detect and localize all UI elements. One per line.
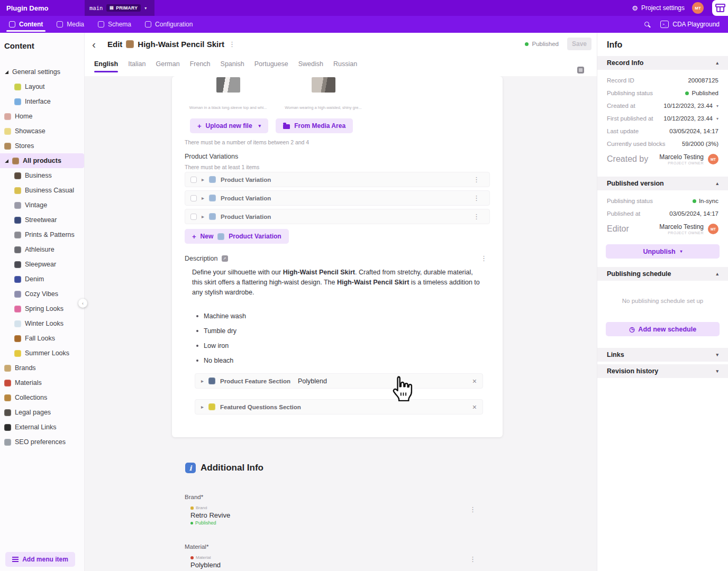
sidebar-item[interactable]: General settings bbox=[0, 65, 84, 79]
created-at-value[interactable]: 10/12/2023, 23.44▾ bbox=[663, 103, 718, 109]
revision-history-section-header[interactable]: Revision history ▾ bbox=[597, 364, 728, 378]
brand-link-record[interactable]: Brand Retro Revive Published bbox=[190, 505, 480, 526]
expand-arrow-icon[interactable]: ▸ bbox=[202, 177, 204, 182]
variation-row[interactable]: ▸ Product Variation bbox=[185, 209, 490, 224]
sidebar-item[interactable]: Materials bbox=[0, 375, 84, 390]
user-avatar[interactable]: MT bbox=[708, 154, 718, 164]
first-published-value[interactable]: 10/12/2023, 23.44▾ bbox=[663, 115, 718, 122]
nav-tab[interactable]: Content bbox=[2, 16, 50, 33]
sidebar-item[interactable]: Layout bbox=[0, 79, 84, 94]
bullet-item[interactable]: Machine wash bbox=[196, 309, 246, 324]
sidebar-item[interactable]: Business bbox=[0, 168, 84, 183]
sidebar-item[interactable]: Prints & Patterns bbox=[0, 227, 84, 242]
remove-block-icon[interactable]: × bbox=[472, 377, 477, 385]
branch-switcher[interactable]: main ▤PRIMARY ▾ bbox=[85, 0, 154, 16]
links-section-header[interactable]: Links ▾ bbox=[597, 348, 728, 362]
sidebar-item[interactable]: Legal pages bbox=[0, 405, 84, 420]
variation-row-kebab[interactable] bbox=[469, 194, 484, 202]
checkbox[interactable] bbox=[190, 214, 197, 220]
remove-block-icon[interactable]: × bbox=[472, 403, 477, 411]
checkbox[interactable] bbox=[190, 177, 197, 183]
sidebar-item[interactable]: SEO preferences bbox=[0, 435, 84, 449]
description-kebab[interactable] bbox=[476, 254, 492, 262]
published-version-section-header[interactable]: Published version ▴ bbox=[597, 177, 728, 190]
add-new-schedule-button[interactable]: ◷ Add new schedule bbox=[606, 322, 720, 336]
expand-caret-icon[interactable] bbox=[4, 159, 8, 163]
locale-tab[interactable]: Italian bbox=[128, 60, 145, 72]
locale-tab[interactable]: German bbox=[156, 60, 180, 72]
sidebar-item[interactable]: Interface bbox=[0, 94, 84, 109]
environment-pill[interactable]: ▤PRIMARY bbox=[106, 4, 141, 12]
sidebar-item[interactable]: Athleisure bbox=[0, 242, 84, 257]
user-avatar[interactable]: MT bbox=[708, 224, 718, 234]
locale-tab[interactable]: Portuguese bbox=[254, 60, 288, 72]
brand-kebab[interactable] bbox=[465, 505, 480, 513]
sidebar-item[interactable]: Cozy Vibes bbox=[0, 287, 84, 301]
locale-tab[interactable]: French bbox=[190, 60, 211, 72]
user-avatar[interactable]: MT bbox=[692, 2, 704, 14]
gallery-thumbnail[interactable] bbox=[312, 77, 335, 93]
sidebar-item[interactable]: Business Casual bbox=[0, 183, 84, 198]
nav-tab[interactable]: Media bbox=[50, 16, 91, 33]
locale-tab[interactable]: English bbox=[94, 60, 118, 72]
gallery-thumbnail[interactable] bbox=[216, 77, 240, 93]
bullet-item[interactable]: Tumble dry bbox=[196, 324, 246, 338]
cda-playground-button[interactable]: CDA Playground bbox=[660, 21, 720, 28]
save-button[interactable]: Save bbox=[567, 38, 592, 50]
block-row[interactable]: ▸ Featured Questions Section × bbox=[195, 399, 483, 415]
locale-tab[interactable]: Russian bbox=[333, 60, 357, 72]
sidebar-item[interactable]: Fall Looks bbox=[0, 331, 84, 346]
gallery-item[interactable]: Woman in a black long-sleeve top and whi… bbox=[180, 77, 276, 110]
sidebar-item[interactable]: All products bbox=[0, 153, 84, 168]
sidebar-item[interactable]: External Links bbox=[0, 420, 84, 435]
project-settings-button[interactable]: ⚙ Project settings bbox=[632, 0, 685, 16]
new-variation-button[interactable]: + New Product Variation bbox=[185, 229, 289, 244]
bullet-item[interactable]: Low iron bbox=[196, 338, 246, 353]
checkbox[interactable] bbox=[190, 195, 197, 201]
sidebar-item[interactable]: Streetwear bbox=[0, 213, 84, 227]
bullet-item[interactable]: No bleach bbox=[196, 353, 246, 368]
back-button[interactable]: ‹ bbox=[92, 39, 96, 50]
sidebar-item[interactable]: Showcase bbox=[0, 124, 84, 139]
publishing-schedule-section-header[interactable]: Publishing schedule ▴ bbox=[597, 267, 728, 281]
nav-tab[interactable]: Schema bbox=[91, 16, 138, 33]
material-link-record[interactable]: Material Polyblend bbox=[190, 555, 480, 569]
add-menu-item-button[interactable]: Add menu item bbox=[5, 552, 75, 567]
unpublish-button[interactable]: Unpublish ▾ bbox=[606, 244, 720, 259]
expand-arrow-icon[interactable]: ▸ bbox=[202, 195, 204, 201]
material-kebab[interactable] bbox=[465, 555, 480, 563]
sidebar-item[interactable]: Stores bbox=[0, 139, 84, 153]
variation-row-kebab[interactable] bbox=[469, 213, 484, 220]
sidebar-item[interactable]: Winter Looks bbox=[0, 316, 84, 331]
panel-toggle-icon[interactable] bbox=[577, 67, 584, 73]
locale-copy-icon[interactable] bbox=[222, 255, 228, 262]
sidebar-item[interactable]: Brands bbox=[0, 361, 84, 375]
expand-caret-icon[interactable] bbox=[4, 70, 8, 74]
record-menu-kebab[interactable] bbox=[224, 40, 240, 48]
sidebar-item[interactable]: Spring Looks bbox=[0, 301, 84, 316]
description-paragraph[interactable]: Define your silhouette with our High-Wai… bbox=[192, 268, 482, 298]
expand-arrow-icon[interactable]: ▸ bbox=[202, 214, 204, 219]
expand-arrow-icon[interactable]: ▸ bbox=[201, 404, 204, 410]
sidebar-item[interactable]: Denim bbox=[0, 272, 84, 287]
sidebar-item[interactable]: Vintage bbox=[0, 198, 84, 213]
block-row[interactable]: ▸ Product Feature Section Polyblend × bbox=[195, 373, 483, 389]
locale-tab[interactable]: Spanish bbox=[221, 60, 244, 72]
upload-new-file-button[interactable]: + Upload new file ▾ bbox=[190, 118, 268, 133]
sidebar-item[interactable]: Collections bbox=[0, 390, 84, 405]
whats-new-button[interactable] bbox=[712, 0, 728, 16]
sidebar-item[interactable]: Home bbox=[0, 109, 84, 124]
sidebar-item[interactable]: Summer Looks bbox=[0, 346, 84, 361]
variation-row-kebab[interactable] bbox=[469, 176, 484, 183]
variation-row[interactable]: ▸ Product Variation bbox=[185, 172, 490, 187]
gallery-item[interactable]: Woman wearing a high-waisted, shiny gre.… bbox=[276, 77, 371, 110]
record-info-section-header[interactable]: Record Info ▴ bbox=[597, 56, 728, 70]
sidebar-collapse-handle[interactable]: ‹ bbox=[78, 299, 87, 308]
search-icon[interactable] bbox=[644, 21, 651, 28]
nav-tab[interactable]: Configuration bbox=[138, 16, 199, 33]
expand-arrow-icon[interactable]: ▸ bbox=[201, 378, 204, 384]
chevron-down-icon[interactable]: ▾ bbox=[259, 123, 261, 128]
sidebar-item[interactable]: Sleepwear bbox=[0, 257, 84, 272]
locale-tab[interactable]: Swedish bbox=[298, 60, 323, 72]
from-media-area-button[interactable]: From Media Area bbox=[276, 118, 353, 133]
